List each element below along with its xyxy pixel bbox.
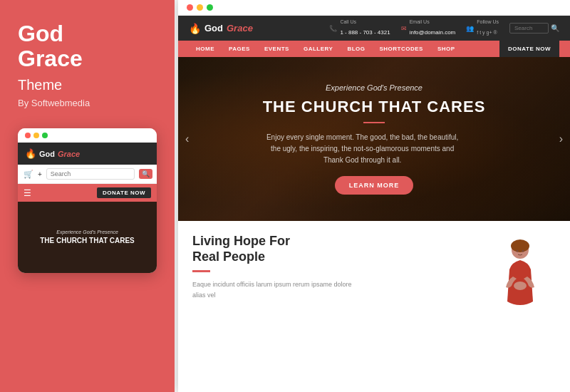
mobile-search-input[interactable] (46, 168, 135, 180)
mobile-menu-bar: ☰ DONATE NOW (18, 184, 157, 202)
mobile-mockup: 🔥 God Grace 🛒 + 🔍 ☰ DONATE NOW Experienc… (18, 128, 157, 273)
right-panel: 🔥 God Grace 📞 Call Us 1 - 888 - 703 - 43… (175, 0, 570, 392)
hero-next-arrow[interactable]: › (559, 133, 563, 145)
bottom-title-line2: Real People (192, 249, 265, 264)
mobile-donate-button[interactable]: DONATE NOW (97, 187, 151, 198)
social-icon: 👥 (466, 25, 474, 32)
hero-content: Experience God's Presence THE CHURCH THA… (263, 83, 486, 195)
header-call-item: 📞 Call Us 1 - 888 - 703 - 4321 (329, 19, 390, 37)
email-icon: ✉ (401, 25, 407, 32)
bottom-title-line1: Living Hope For (192, 234, 290, 248)
mobile-top-bar (18, 128, 157, 143)
mobile-nav: 🔥 God Grace (18, 143, 157, 165)
desktop-logo-god: God (204, 23, 223, 33)
desktop-header: 🔥 God Grace 📞 Call Us 1 - 888 - 703 - 43… (178, 16, 570, 41)
theme-subtitle: Theme (18, 77, 62, 93)
header-follow-item: 👥 Follow Us f t y g+ ® (466, 19, 499, 37)
desktop-flame-icon: 🔥 (189, 23, 201, 34)
bottom-image-column (484, 234, 556, 379)
hero-title: THE CHURCH THAT CARES (263, 98, 486, 116)
praying-person-image (492, 237, 549, 316)
theme-by: By Softwebmedia (18, 98, 90, 108)
bottom-divider (192, 270, 210, 272)
mobile-dot-yellow (33, 133, 39, 138)
theme-title: God Grace (18, 21, 83, 71)
nav-item-pages[interactable]: PAGES (222, 41, 257, 57)
mobile-hero-title: THE CHURCH THAT CARES (40, 237, 135, 245)
desktop-nav-items: HOME PAGES EVENTS GALLERY BLOG SHORTCODE… (189, 41, 462, 57)
desktop-logo: 🔥 God Grace (189, 23, 253, 34)
left-panel: God Grace Theme By Softwebmedia 🔥 God Gr… (0, 0, 175, 392)
desktop-search: 🔍 (509, 23, 559, 33)
hero-subtitle: Experience God's Presence (263, 83, 486, 92)
mobile-logo-god: God (39, 150, 55, 158)
desktop-dot-green (207, 4, 213, 11)
social-links: f t y g+ ® (477, 30, 497, 35)
header-email-item: ✉ Email Us info@domain.com (401, 19, 456, 37)
desktop-dot-yellow (197, 4, 203, 11)
desktop-nav: HOME PAGES EVENTS GALLERY BLOG SHORTCODE… (178, 41, 570, 57)
nav-item-blog[interactable]: BLOG (340, 41, 372, 57)
bottom-text-column: Living Hope For Real People Eaque incidu… (192, 234, 470, 379)
call-label: Call Us (340, 19, 390, 24)
hamburger-icon: ☰ (24, 188, 31, 198)
svg-point-1 (511, 239, 529, 252)
flame-icon: 🔥 (25, 148, 36, 159)
hero-divider (363, 122, 385, 123)
email-value: info@domain.com (410, 29, 456, 36)
mobile-nav-logo: 🔥 God Grace (25, 148, 80, 159)
plus-icon: + (38, 170, 42, 178)
hero-learn-more-button[interactable]: LEARN MORE (335, 176, 414, 195)
email-label: Email Us (410, 19, 456, 24)
desktop-search-button[interactable]: 🔍 (551, 24, 559, 32)
svg-point-2 (514, 282, 527, 290)
svg-point-3 (517, 250, 519, 252)
follow-label: Follow Us (477, 19, 499, 24)
desktop-logo-grace: Grace (227, 23, 253, 33)
desktop-mockup: 🔥 God Grace 📞 Call Us 1 - 888 - 703 - 43… (178, 0, 570, 392)
mobile-dot-green (42, 133, 48, 138)
mobile-hero-sub: Experience God's Presence (56, 229, 118, 234)
cart-icon: 🛒 (24, 170, 33, 179)
desktop-donate-button[interactable]: DONATE NOW (499, 41, 559, 57)
nav-item-home[interactable]: HOME (189, 41, 222, 57)
hero-prev-arrow[interactable]: ‹ (185, 133, 189, 145)
desktop-header-info: 📞 Call Us 1 - 888 - 703 - 4321 ✉ Email U… (329, 19, 559, 37)
nav-item-events[interactable]: EVENTS (257, 41, 296, 57)
phone-icon: 📞 (329, 25, 337, 32)
hero-description: Enjoy every single moment. The good, the… (263, 132, 462, 166)
desktop-top-bar (178, 0, 570, 16)
desktop-hero: ‹ Experience God's Presence THE CHURCH T… (178, 57, 570, 221)
call-value: 1 - 888 - 703 - 4321 (340, 29, 390, 36)
bottom-description: Eaque incidunt officiis larum ipsum reru… (192, 279, 363, 300)
mobile-dot-red (25, 133, 31, 138)
nav-item-shop[interactable]: SHOP (430, 41, 462, 57)
desktop-dot-red (187, 4, 193, 11)
mobile-search-button[interactable]: 🔍 (139, 169, 152, 179)
nav-item-gallery[interactable]: GALLERY (296, 41, 340, 57)
desktop-bottom: Living Hope For Real People Eaque incidu… (178, 221, 570, 392)
desktop-search-input[interactable] (509, 23, 549, 33)
nav-item-shortcodes[interactable]: SHORTCODES (372, 41, 430, 57)
mobile-hero: Experience God's Presence THE CHURCH THA… (18, 202, 157, 273)
mobile-logo-grace: Grace (58, 150, 80, 158)
bottom-title: Living Hope For Real People (192, 234, 470, 264)
svg-point-4 (522, 250, 524, 252)
mobile-search-bar: 🛒 + 🔍 (18, 165, 157, 184)
